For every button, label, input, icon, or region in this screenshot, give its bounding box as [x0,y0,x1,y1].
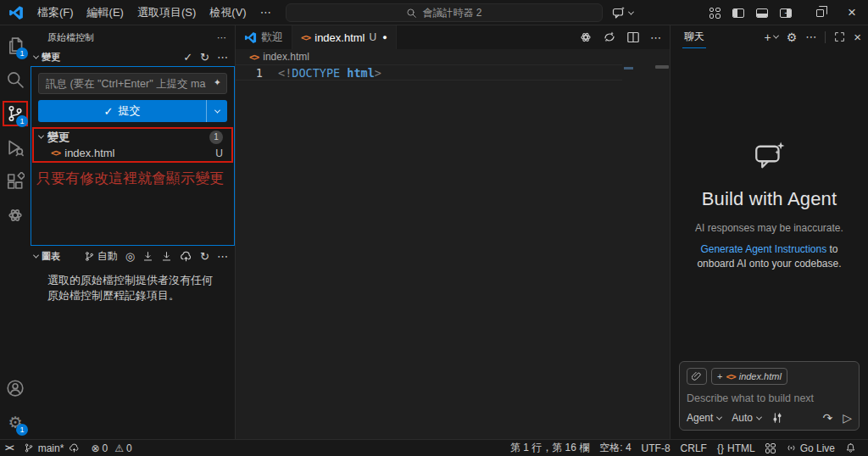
new-chat-button[interactable]: + [764,31,777,44]
chat-model-dropdown[interactable]: Auto [732,412,761,424]
commit-message-input[interactable] [38,73,227,94]
changed-file-name: index.html [64,147,114,159]
tab-welcome[interactable]: 歡迎 [236,25,292,49]
commit-button[interactable]: ✓ 提交 [38,100,227,122]
tab-index-html[interactable]: <> index.html U ● [292,25,397,49]
branch-status[interactable]: main* [19,442,86,454]
pull-icon[interactable] [161,251,172,262]
dirty-indicator-icon[interactable]: ● [382,33,387,42]
close-panel-icon[interactable]: × [854,30,861,44]
refresh-icon[interactable]: ↻ [200,51,209,64]
tools-icon[interactable] [771,412,783,424]
breadcrumb[interactable]: <> index.html [236,49,670,64]
refresh-icon[interactable]: ↻ [200,250,209,263]
chevron-down-icon [773,33,779,39]
ports-status[interactable] [760,443,781,453]
minimap[interactable] [622,64,654,439]
commit-check-icon[interactable]: ✓ [183,51,192,64]
notifications-status[interactable] [840,442,861,453]
scrollbar[interactable] [654,64,670,439]
publish-cloud-icon[interactable] [180,250,192,263]
activity-run-debug[interactable] [0,131,31,164]
copilot-edits-icon[interactable] [603,31,616,44]
tab-chat[interactable]: 聊天 [682,25,706,48]
encoding-status[interactable]: UTF-8 [637,442,676,454]
debug-icon [6,138,25,157]
openai-icon [6,206,25,225]
attach-context-button[interactable] [687,368,707,385]
menu-view[interactable]: 檢視(V) [203,3,253,22]
activity-explorer[interactable]: 1 [0,29,31,63]
graph-section-header[interactable]: 圖表 自動 ◎ ↻ ⋯ [31,247,235,265]
cursor-position-status[interactable]: 第 1 行，第 16 欄 [505,441,594,455]
tab-welcome-label: 歡迎 [261,30,283,45]
command-center-search[interactable]: 會議計時器 2 [286,3,603,22]
redo-icon[interactable]: ↷ [822,411,832,425]
chevron-down-icon [628,8,634,14]
code-editor[interactable]: 1 <!DOCTYPE html> [236,64,670,439]
send-icon[interactable]: ▷ [843,411,852,425]
chat-input-box[interactable]: + <> index.html Agent Auto ↷ ▷ [679,361,860,431]
language-mode-status[interactable]: {} HTML [712,442,760,454]
chat-prompt-input[interactable] [687,392,852,404]
toggle-panel-icon[interactable] [753,3,771,22]
more-actions-icon[interactable]: ⋯ [217,32,226,43]
activity-extensions[interactable] [0,164,31,198]
more-actions-icon[interactable]: ⋯ [217,51,228,64]
branch-icon [84,251,95,262]
menu-file[interactable]: 檔案(F) [31,3,81,22]
activity-source-control[interactable]: 1 [0,97,31,131]
commit-dropdown-button[interactable] [206,100,227,122]
more-actions-icon[interactable]: ⋯ [650,31,661,44]
remote-indicator[interactable]: >< [0,443,19,453]
activity-settings[interactable]: ⚙ 1 [0,405,31,439]
changed-file-row[interactable]: <> index.html U [34,145,231,161]
html-file-icon: <> [726,371,735,382]
branch-name: main* [38,442,64,454]
toggle-sidebar-icon[interactable] [729,3,748,22]
copilot-icon [612,6,626,19]
plus-icon: + [717,371,722,381]
changes-section-header[interactable]: 變更 ✓ ↻ ⋯ [31,47,235,66]
restore-button[interactable] [804,0,836,25]
indentation-status[interactable]: 空格: 4 [594,441,636,455]
generate-commit-message-icon[interactable]: ✦ [214,77,221,88]
context-chip-current-file[interactable]: + <> index.html [711,368,787,385]
graph-empty-message: 選取的原始檔控制提供者沒有任何原始檔控制歷程記錄項目。 [31,265,235,303]
customize-layout-icon[interactable] [705,3,724,22]
activity-account[interactable] [0,371,31,405]
annotation-red-box: 變更 1 <> index.html U [32,127,233,163]
activity-bar: 1 1 ⚙ 1 [0,25,31,439]
target-icon[interactable]: ◎ [125,250,135,263]
check-icon: ✓ [104,105,114,118]
copilot-menu-button[interactable] [612,3,633,22]
line-number: 1 [236,65,278,80]
activity-openai[interactable] [0,198,31,232]
code-token: html [347,66,375,80]
menubar: 檔案(F) 編輯(E) 選取項目(S) 檢視(V) ⋯ [31,3,278,22]
divider [825,31,826,43]
menu-edit[interactable]: 編輯(E) [81,3,131,22]
minimize-button[interactable]: − [771,0,804,25]
problems-status[interactable]: ⊗ 0 ⚠ 0 [86,442,136,454]
openai-icon[interactable] [579,31,593,44]
more-actions-icon[interactable]: ⋯ [805,31,816,43]
go-live-status[interactable]: Go Live [781,442,840,454]
fetch-icon[interactable] [142,251,153,262]
chevron-down-icon [33,252,39,258]
close-button[interactable]: × [836,0,868,25]
error-icon: ⊗ [91,442,99,454]
maximize-panel-icon[interactable] [834,31,845,42]
menu-more[interactable]: ⋯ [253,3,278,22]
eol-status[interactable]: CRLF [676,442,712,454]
chat-settings-gear-icon[interactable]: ⚙ [787,31,798,44]
generate-agent-instructions-link[interactable]: Generate Agent Instructions [700,243,826,255]
chat-mode-dropdown[interactable]: Agent [687,412,721,424]
changes-group-row[interactable]: 變更 1 [34,129,231,145]
split-editor-icon[interactable] [626,31,640,44]
breadcrumb-file: index.html [263,51,309,63]
more-actions-icon[interactable]: ⋯ [217,250,228,263]
activity-search[interactable] [0,63,31,97]
graph-auto-button[interactable]: 自動 [84,249,118,264]
menu-selection[interactable]: 選取項目(S) [131,3,203,22]
